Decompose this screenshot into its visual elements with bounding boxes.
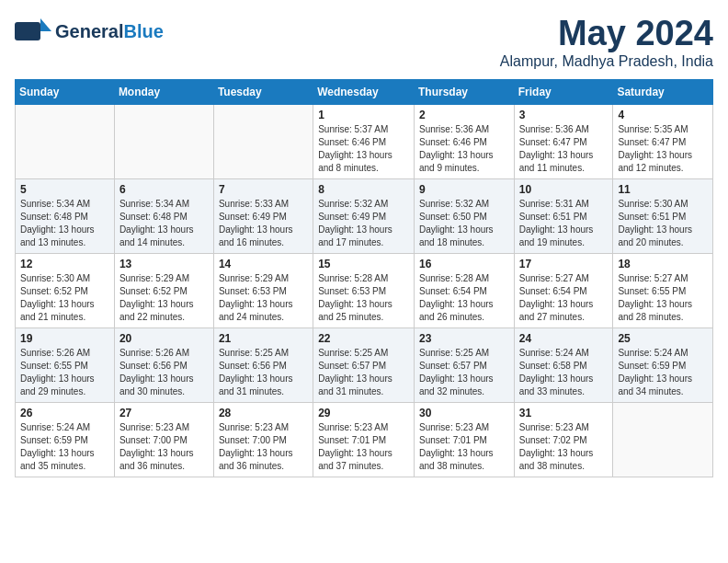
logo-icon <box>15 15 51 48</box>
day-cell: 17Sunrise: 5:27 AM Sunset: 6:54 PM Dayli… <box>514 253 613 327</box>
weekday-monday: Monday <box>114 79 213 104</box>
day-cell <box>613 402 713 477</box>
day-number: 10 <box>519 183 609 196</box>
day-info: Sunrise: 5:24 AM Sunset: 6:59 PM Dayligh… <box>618 347 708 398</box>
day-number: 8 <box>318 183 409 196</box>
svg-rect-0 <box>15 22 40 40</box>
day-number: 27 <box>119 407 209 419</box>
day-info: Sunrise: 5:25 AM Sunset: 6:56 PM Dayligh… <box>219 347 308 398</box>
day-cell: 27Sunrise: 5:23 AM Sunset: 7:00 PM Dayli… <box>114 402 213 477</box>
day-number: 5 <box>20 183 109 196</box>
day-number: 25 <box>618 332 708 345</box>
day-cell: 5Sunrise: 5:34 AM Sunset: 6:48 PM Daylig… <box>16 178 115 253</box>
day-info: Sunrise: 5:23 AM Sunset: 7:01 PM Dayligh… <box>318 421 409 473</box>
weekday-thursday: Thursday <box>414 79 514 104</box>
day-info: Sunrise: 5:31 AM Sunset: 6:51 PM Dayligh… <box>519 198 609 249</box>
day-cell <box>213 104 313 178</box>
day-cell: 13Sunrise: 5:29 AM Sunset: 6:52 PM Dayli… <box>114 253 213 327</box>
day-info: Sunrise: 5:23 AM Sunset: 7:00 PM Dayligh… <box>119 421 209 473</box>
day-number: 14 <box>219 258 308 270</box>
weekday-friday: Friday <box>514 79 613 104</box>
weekday-tuesday: Tuesday <box>213 79 313 104</box>
day-cell: 4Sunrise: 5:35 AM Sunset: 6:47 PM Daylig… <box>613 104 713 178</box>
day-info: Sunrise: 5:24 AM Sunset: 6:59 PM Dayligh… <box>20 421 109 473</box>
day-info: Sunrise: 5:26 AM Sunset: 6:56 PM Dayligh… <box>119 347 209 398</box>
day-number: 2 <box>419 109 509 121</box>
day-cell: 20Sunrise: 5:26 AM Sunset: 6:56 PM Dayli… <box>114 327 213 402</box>
day-info: Sunrise: 5:24 AM Sunset: 6:58 PM Dayligh… <box>519 347 609 398</box>
day-cell: 3Sunrise: 5:36 AM Sunset: 6:47 PM Daylig… <box>514 104 613 178</box>
day-cell: 16Sunrise: 5:28 AM Sunset: 6:54 PM Dayli… <box>414 253 514 327</box>
day-number: 1 <box>318 109 409 121</box>
day-info: Sunrise: 5:25 AM Sunset: 6:57 PM Dayligh… <box>318 347 409 398</box>
day-cell: 18Sunrise: 5:27 AM Sunset: 6:55 PM Dayli… <box>613 253 713 327</box>
day-cell: 23Sunrise: 5:25 AM Sunset: 6:57 PM Dayli… <box>414 327 514 402</box>
day-info: Sunrise: 5:27 AM Sunset: 6:55 PM Dayligh… <box>618 272 708 324</box>
day-info: Sunrise: 5:23 AM Sunset: 7:02 PM Dayligh… <box>519 421 609 473</box>
day-number: 3 <box>519 109 609 121</box>
day-cell: 30Sunrise: 5:23 AM Sunset: 7:01 PM Dayli… <box>414 402 514 477</box>
day-cell: 29Sunrise: 5:23 AM Sunset: 7:01 PM Dayli… <box>313 402 415 477</box>
weekday-wednesday: Wednesday <box>313 79 415 104</box>
day-cell: 25Sunrise: 5:24 AM Sunset: 6:59 PM Dayli… <box>613 327 713 402</box>
day-cell: 12Sunrise: 5:30 AM Sunset: 6:52 PM Dayli… <box>16 253 115 327</box>
month-title: May 2024 <box>500 15 713 53</box>
day-number: 28 <box>219 407 308 419</box>
day-number: 31 <box>519 407 609 419</box>
day-info: Sunrise: 5:36 AM Sunset: 6:46 PM Dayligh… <box>419 123 509 175</box>
day-cell: 24Sunrise: 5:24 AM Sunset: 6:58 PM Dayli… <box>514 327 613 402</box>
day-cell: 19Sunrise: 5:26 AM Sunset: 6:55 PM Dayli… <box>16 327 115 402</box>
day-number: 18 <box>618 258 708 270</box>
location-title: Alampur, Madhya Pradesh, India <box>500 53 713 70</box>
day-info: Sunrise: 5:27 AM Sunset: 6:54 PM Dayligh… <box>519 272 609 324</box>
svg-marker-1 <box>40 18 51 31</box>
day-info: Sunrise: 5:32 AM Sunset: 6:49 PM Dayligh… <box>318 198 409 249</box>
week-row-5: 26Sunrise: 5:24 AM Sunset: 6:59 PM Dayli… <box>16 402 713 477</box>
day-number: 15 <box>318 258 409 270</box>
day-number: 26 <box>20 407 109 419</box>
day-number: 19 <box>20 332 109 345</box>
day-number: 22 <box>318 332 409 345</box>
day-info: Sunrise: 5:23 AM Sunset: 7:01 PM Dayligh… <box>419 421 509 473</box>
weekday-header-row: SundayMondayTuesdayWednesdayThursdayFrid… <box>16 79 713 104</box>
day-info: Sunrise: 5:35 AM Sunset: 6:47 PM Dayligh… <box>618 123 708 175</box>
day-number: 30 <box>419 407 509 419</box>
page-header: GeneralBlue May 2024 Alampur, Madhya Pra… <box>15 15 713 70</box>
day-cell: 14Sunrise: 5:29 AM Sunset: 6:53 PM Dayli… <box>213 253 313 327</box>
day-number: 20 <box>119 332 209 345</box>
day-cell: 1Sunrise: 5:37 AM Sunset: 6:46 PM Daylig… <box>313 104 415 178</box>
day-cell: 21Sunrise: 5:25 AM Sunset: 6:56 PM Dayli… <box>213 327 313 402</box>
day-number: 17 <box>519 258 609 270</box>
day-info: Sunrise: 5:30 AM Sunset: 6:51 PM Dayligh… <box>618 198 708 249</box>
day-number: 9 <box>419 183 509 196</box>
day-cell: 26Sunrise: 5:24 AM Sunset: 6:59 PM Dayli… <box>16 402 115 477</box>
day-cell <box>114 104 213 178</box>
day-cell: 7Sunrise: 5:33 AM Sunset: 6:49 PM Daylig… <box>213 178 313 253</box>
day-info: Sunrise: 5:28 AM Sunset: 6:53 PM Dayligh… <box>318 272 409 324</box>
day-cell: 28Sunrise: 5:23 AM Sunset: 7:00 PM Dayli… <box>213 402 313 477</box>
day-info: Sunrise: 5:26 AM Sunset: 6:55 PM Dayligh… <box>20 347 109 398</box>
day-info: Sunrise: 5:23 AM Sunset: 7:00 PM Dayligh… <box>219 421 308 473</box>
weekday-saturday: Saturday <box>613 79 713 104</box>
day-info: Sunrise: 5:34 AM Sunset: 6:48 PM Dayligh… <box>119 198 209 249</box>
day-cell: 2Sunrise: 5:36 AM Sunset: 6:46 PM Daylig… <box>414 104 514 178</box>
day-cell: 11Sunrise: 5:30 AM Sunset: 6:51 PM Dayli… <box>613 178 713 253</box>
day-info: Sunrise: 5:32 AM Sunset: 6:50 PM Dayligh… <box>419 198 509 249</box>
day-cell: 9Sunrise: 5:32 AM Sunset: 6:50 PM Daylig… <box>414 178 514 253</box>
day-info: Sunrise: 5:29 AM Sunset: 6:53 PM Dayligh… <box>219 272 308 324</box>
day-info: Sunrise: 5:36 AM Sunset: 6:47 PM Dayligh… <box>519 123 609 175</box>
day-number: 6 <box>119 183 209 196</box>
day-cell: 15Sunrise: 5:28 AM Sunset: 6:53 PM Dayli… <box>313 253 415 327</box>
day-info: Sunrise: 5:33 AM Sunset: 6:49 PM Dayligh… <box>219 198 308 249</box>
weekday-sunday: Sunday <box>16 79 115 104</box>
day-number: 4 <box>618 109 708 121</box>
day-number: 11 <box>618 183 708 196</box>
week-row-4: 19Sunrise: 5:26 AM Sunset: 6:55 PM Dayli… <box>16 327 713 402</box>
day-info: Sunrise: 5:30 AM Sunset: 6:52 PM Dayligh… <box>20 272 109 324</box>
day-number: 12 <box>20 258 109 270</box>
week-row-2: 5Sunrise: 5:34 AM Sunset: 6:48 PM Daylig… <box>16 178 713 253</box>
day-number: 24 <box>519 332 609 345</box>
day-number: 21 <box>219 332 308 345</box>
logo-general: General <box>55 21 123 41</box>
day-number: 7 <box>219 183 308 196</box>
